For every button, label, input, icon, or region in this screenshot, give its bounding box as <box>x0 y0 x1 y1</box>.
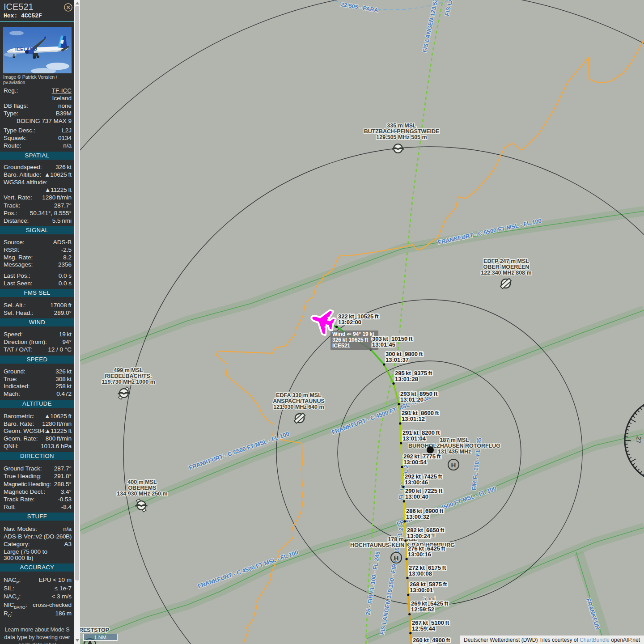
svg-text:187 m MSL: 187 m MSL <box>440 437 469 443</box>
svg-text:499 m MSL: 499 m MSL <box>114 367 143 373</box>
svg-text:13:01:37: 13:01:37 <box>386 356 409 363</box>
svg-text:13:00:54: 13:00:54 <box>403 459 427 466</box>
svg-text:12:59:44: 12:59:44 <box>412 625 436 632</box>
svg-text:EDFA 330 m MSL: EDFA 330 m MSL <box>276 392 322 398</box>
svg-text:13:01:45: 13:01:45 <box>372 341 395 348</box>
svg-text:13:00:40: 13:00:40 <box>405 493 428 500</box>
svg-text:13:00:01: 13:00:01 <box>410 587 433 593</box>
svg-text:EDFP 247 m MSL: EDFP 247 m MSL <box>483 258 529 264</box>
svg-text:335 m MSL: 335 m MSL <box>387 123 416 129</box>
svg-text:OBER-MOERLEN: OBER-MOERLEN <box>483 264 530 270</box>
svg-text:13:01:20: 13:01:20 <box>400 396 424 403</box>
svg-text:ICELAND: ICELAND <box>15 47 37 52</box>
svg-text:27: 27 <box>635 436 643 444</box>
svg-text:13:00:16: 13:00:16 <box>408 551 431 558</box>
svg-text:Deutscher Wetterdienst (DWD) T: Deutscher Wetterdienst (DWD) Tiles court… <box>464 636 640 643</box>
svg-text:119.730 MHz 1000 m: 119.730 MHz 1000 m <box>102 379 155 385</box>
svg-text:12:59:52: 12:59:52 <box>411 606 434 613</box>
svg-text:Wind ⇐ 94° 19 kt: Wind ⇐ 94° 19 kt <box>332 331 374 337</box>
svg-text:13:02:00: 13:02:00 <box>338 319 361 326</box>
svg-text:OBEREMS: OBEREMS <box>128 485 156 491</box>
svg-text:121.030 MHz 640 m: 121.030 MHz 640 m <box>273 404 324 410</box>
svg-text:13:01:28: 13:01:28 <box>395 376 418 382</box>
svg-text:134.930 MHz 250 m: 134.930 MHz 250 m <box>117 491 167 497</box>
svg-text:131.435 MHz: 131.435 MHz <box>438 449 471 455</box>
svg-text:ICE521: ICE521 <box>332 343 350 349</box>
svg-text:BUTZBACH-PFINGSTWEIDE: BUTZBACH-PFINGSTWEIDE <box>364 128 440 135</box>
svg-text:129.505 MHz 505 m: 129.505 MHz 505 m <box>376 134 427 140</box>
svg-text:122.340 MHz 808 m: 122.340 MHz 808 m <box>481 270 531 276</box>
svg-text:ANSPACH/TAUNUS: ANSPACH/TAUNUS <box>273 398 325 404</box>
svg-text:13:00:24: 13:00:24 <box>407 533 431 539</box>
svg-text:13:00:08: 13:00:08 <box>409 570 432 577</box>
svg-text:13:00:32: 13:00:32 <box>406 513 429 520</box>
svg-text:1 NM: 1 NM <box>94 635 106 640</box>
svg-text:13:01:04: 13:01:04 <box>402 435 426 442</box>
svg-text:RESTSTOP: RESTSTOP <box>80 627 109 633</box>
svg-text:13:01:12: 13:01:12 <box>402 415 425 422</box>
svg-text:13:00:46: 13:00:46 <box>405 479 428 486</box>
svg-text:RIEDELBACH/TS.: RIEDELBACH/TS. <box>105 373 152 379</box>
svg-text:326 kt 10625 ft: 326 kt 10625 ft <box>332 337 368 343</box>
svg-text:BURGHOLZHAUSEN ROTORFLUG: BURGHOLZHAUSEN ROTORFLUG <box>408 443 500 449</box>
svg-text:400 m MSL: 400 m MSL <box>127 479 157 485</box>
